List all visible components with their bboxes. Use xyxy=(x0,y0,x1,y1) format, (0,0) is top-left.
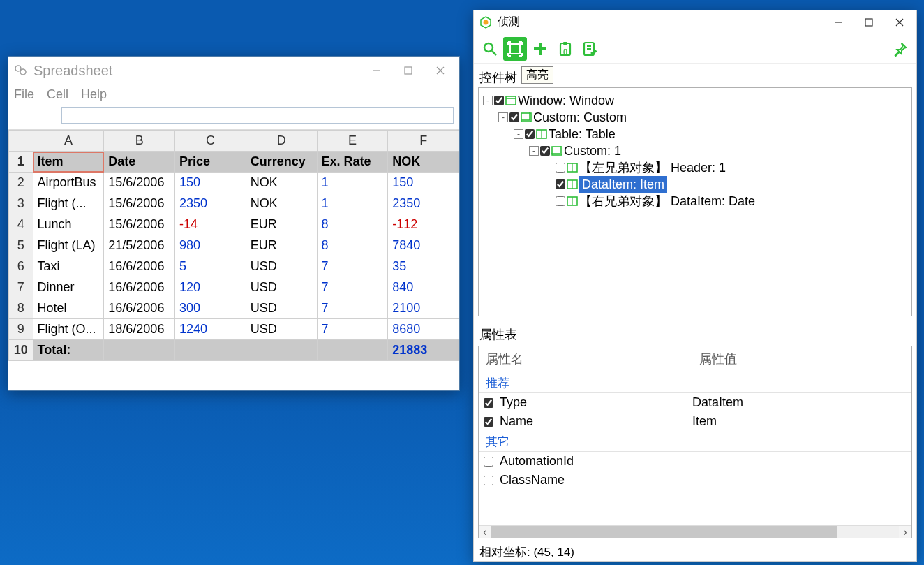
property-checkbox[interactable] xyxy=(484,476,493,485)
property-hscroll[interactable]: ‹ › xyxy=(479,525,911,538)
data-cell[interactable]: 35 xyxy=(388,256,459,277)
property-row[interactable]: NameItem xyxy=(479,412,911,431)
row-header[interactable]: 1 xyxy=(9,152,33,173)
clipboard-icon[interactable]: {} xyxy=(553,37,577,61)
data-cell[interactable]: 980 xyxy=(175,235,246,256)
col-property-name[interactable]: 属性名 xyxy=(479,346,692,372)
col-header-A[interactable]: A xyxy=(33,131,104,152)
row-header[interactable]: 7 xyxy=(9,277,33,298)
data-cell[interactable]: Hotel xyxy=(33,298,104,319)
minimize-button[interactable] xyxy=(360,59,392,82)
row-header[interactable]: 5 xyxy=(9,235,33,256)
tree-toggle-icon[interactable]: - xyxy=(483,96,493,105)
col-property-value[interactable]: 属性值 xyxy=(692,346,911,372)
tree-toggle-icon[interactable]: - xyxy=(514,129,523,139)
data-cell[interactable]: 7 xyxy=(317,256,388,277)
data-cell[interactable]: 7840 xyxy=(388,235,459,256)
header-cell[interactable]: NOK xyxy=(388,152,459,173)
property-checkbox[interactable] xyxy=(484,398,493,408)
data-cell[interactable]: 16/6/2006 xyxy=(104,256,175,277)
data-cell[interactable]: 7 xyxy=(317,319,388,340)
data-cell[interactable]: -112 xyxy=(388,214,459,235)
data-cell[interactable]: 21/5/2006 xyxy=(104,235,175,256)
data-cell[interactable]: Taxi xyxy=(33,256,104,277)
data-cell[interactable]: Lunch xyxy=(33,214,104,235)
col-header-D[interactable]: D xyxy=(246,131,317,152)
menu-cell[interactable]: Cell xyxy=(47,87,68,102)
col-header-B[interactable]: B xyxy=(104,131,175,152)
total-cell[interactable] xyxy=(175,340,246,361)
tree-checkbox[interactable] xyxy=(540,146,550,156)
data-cell[interactable]: 1 xyxy=(317,173,388,193)
row-header[interactable]: 2 xyxy=(9,173,33,193)
tree-checkbox[interactable] xyxy=(556,196,565,206)
total-cell[interactable] xyxy=(246,340,317,361)
property-body[interactable]: 推荐TypeDataItemNameItem其它AutomationIdClas… xyxy=(479,372,911,525)
data-cell[interactable]: -14 xyxy=(175,214,246,235)
header-cell[interactable]: Ex. Rate xyxy=(317,152,388,173)
close-button[interactable] xyxy=(884,12,915,33)
data-cell[interactable]: USD xyxy=(246,298,317,319)
total-cell[interactable]: Total: xyxy=(33,340,104,361)
data-cell[interactable]: NOK xyxy=(246,193,317,214)
tree-item[interactable]: 【右兄弟对象】 DataItem: Date xyxy=(482,193,909,210)
property-row[interactable]: TypeDataItem xyxy=(479,393,911,412)
tree-checkbox[interactable] xyxy=(494,96,504,105)
header-cell[interactable]: Price xyxy=(175,152,246,173)
data-cell[interactable]: Flight (... xyxy=(33,193,104,214)
data-cell[interactable]: 8 xyxy=(317,214,388,235)
data-cell[interactable]: 15/6/2006 xyxy=(104,214,175,235)
data-cell[interactable]: 150 xyxy=(175,173,246,193)
data-cell[interactable]: 1 xyxy=(317,193,388,214)
scroll-track[interactable] xyxy=(491,526,899,538)
close-button[interactable] xyxy=(424,59,456,82)
data-cell[interactable]: 2100 xyxy=(388,298,459,319)
tree-checkbox[interactable] xyxy=(556,179,565,189)
inspector-titlebar[interactable]: 侦测 xyxy=(474,10,916,34)
data-cell[interactable]: 15/6/2006 xyxy=(104,193,175,214)
data-cell[interactable]: AirportBus xyxy=(33,173,104,193)
data-cell[interactable]: 15/6/2006 xyxy=(104,173,175,193)
minimize-button[interactable] xyxy=(823,12,854,33)
data-cell[interactable]: 16/6/2006 xyxy=(104,298,175,319)
scroll-thumb[interactable] xyxy=(491,526,837,538)
data-cell[interactable]: 150 xyxy=(388,173,459,193)
col-header-F[interactable]: F xyxy=(388,131,459,152)
col-header-E[interactable]: E xyxy=(317,131,388,152)
total-cell[interactable]: 21883 xyxy=(388,340,459,361)
data-cell[interactable]: Flight (LA) xyxy=(33,235,104,256)
data-cell[interactable]: USD xyxy=(246,319,317,340)
data-cell[interactable]: 7 xyxy=(317,277,388,298)
row-header[interactable]: 10 xyxy=(9,340,33,361)
row-header[interactable]: 4 xyxy=(9,214,33,235)
data-cell[interactable]: 840 xyxy=(388,277,459,298)
menu-help[interactable]: Help xyxy=(81,87,107,102)
data-cell[interactable]: 16/6/2006 xyxy=(104,277,175,298)
data-cell[interactable]: EUR xyxy=(246,235,317,256)
control-tree[interactable]: - Window: Window- Custom: Custom- Table:… xyxy=(478,87,912,316)
scroll-right-icon[interactable]: › xyxy=(899,526,911,538)
spreadsheet-grid[interactable]: ABCDEF 1ItemDatePriceCurrencyEx. RateNOK… xyxy=(8,130,459,390)
data-cell[interactable]: Dinner xyxy=(33,277,104,298)
data-cell[interactable]: 8680 xyxy=(388,319,459,340)
header-cell[interactable]: Date xyxy=(104,152,175,173)
formula-input[interactable] xyxy=(61,107,454,124)
add-icon[interactable] xyxy=(528,37,552,61)
data-cell[interactable]: 1240 xyxy=(175,319,246,340)
header-cell[interactable]: Currency xyxy=(246,152,317,173)
property-checkbox[interactable] xyxy=(484,417,493,427)
maximize-button[interactable] xyxy=(854,12,884,33)
tree-item[interactable]: - Window: Window xyxy=(482,92,909,109)
scroll-left-icon[interactable]: ‹ xyxy=(479,526,491,538)
data-cell[interactable]: Flight (O... xyxy=(33,319,104,340)
maximize-button[interactable] xyxy=(392,59,424,82)
col-header-C[interactable]: C xyxy=(175,131,246,152)
corner-cell[interactable] xyxy=(9,131,33,152)
total-cell[interactable] xyxy=(104,340,175,361)
data-cell[interactable]: 18/6/2006 xyxy=(104,319,175,340)
tree-checkbox[interactable] xyxy=(525,129,535,139)
pin-icon[interactable] xyxy=(888,37,912,61)
tree-toggle-icon[interactable]: - xyxy=(529,146,539,156)
row-header[interactable]: 3 xyxy=(9,193,33,214)
data-cell[interactable]: 300 xyxy=(175,298,246,319)
